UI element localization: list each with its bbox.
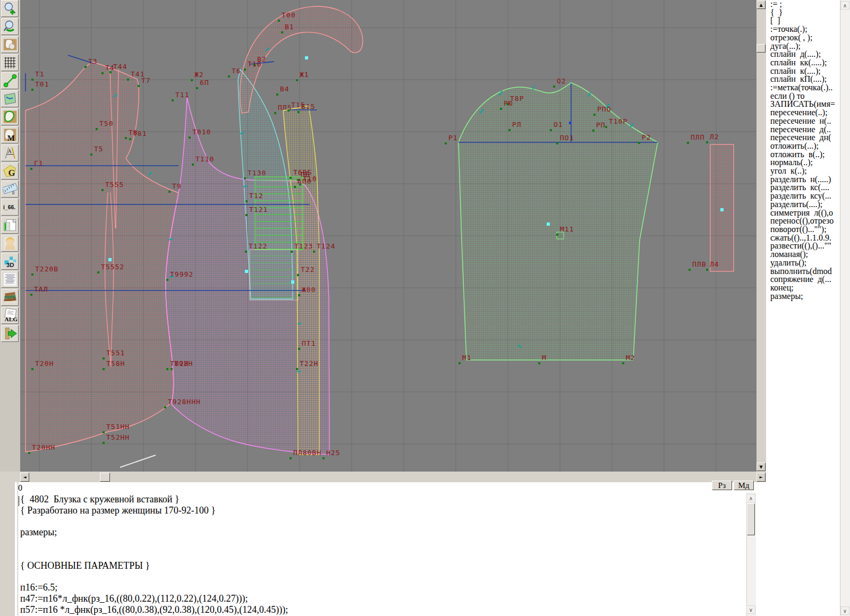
toolbar-button-i66-icon[interactable]: i_66. [1,199,19,216]
command-list-item[interactable]: сжать(()..,1.1.0.9. [766,234,840,242]
editor-scroll-up-button[interactable]: ∧ [746,494,755,502]
command-list-item[interactable]: перенос((),отрезо [766,217,840,225]
panel-vscrollbar[interactable] [840,0,850,616]
piece-cuff-strip[interactable] [710,144,734,271]
toolbar-button-alg-icon[interactable]: ALG [1,307,19,324]
rz-button[interactable]: Рз [712,481,732,490]
canvas-hscroll-thumb[interactable] [100,473,110,482]
point-marker [297,274,299,276]
command-list-item[interactable]: разделить кс(.... [766,183,840,192]
editor-scroll-down-button[interactable]: ∨ [746,605,755,614]
panel-scroll-up-button[interactable]: ∧ [840,1,849,10]
toolbar-button-3d-icon[interactable]: 3D [1,253,19,270]
toolbar-button-exit-icon[interactable] [1,325,19,342]
toolbar-button-books-icon[interactable] [1,289,19,306]
canvas-vscroll-thumb[interactable] [756,44,766,53]
panel-scroll-down-button[interactable]: ∨ [840,606,849,615]
editor-line[interactable]: п16:=6.5; [20,582,743,593]
code-editor[interactable]: { 4802 Блузка с кружевной вставкой }{ Ра… [20,494,743,616]
canvas-hscrollbar[interactable] [20,473,756,482]
editor-line[interactable]: п47:=п16*л_фнк(рз_16,((80,0.22),(112,0.2… [20,593,743,604]
editor-line[interactable]: п57:=п16 *л_фнк(рз_16,((80,0.38),(92,0.3… [20,604,743,615]
command-list-item[interactable]: если () то [766,92,840,100]
canvas-scroll-down-button[interactable]: ▼ [756,463,766,471]
point-marker [129,138,131,140]
toolbar-button-zoom-in-icon[interactable] [1,0,19,17]
command-list-item[interactable]: разделить н(.....) [766,175,840,184]
cad-application: MAG8i_66.3DALG [0,0,850,616]
point-label-Т3: Т3 [88,58,98,65]
command-list-item[interactable]: сплайн кк(.....); [766,58,840,67]
command-list-item[interactable]: :=метка(точка(.).. [766,83,840,92]
command-list-item[interactable]: сопряжение д(... [766,275,840,284]
toolbar-button-piece-outline-icon[interactable] [1,108,19,125]
command-list-item[interactable]: размеры; [766,292,840,301]
editor-line[interactable]: { 4802 Блузка с кружевной вставкой } [20,494,743,505]
command-list-item[interactable]: разделить(....); [766,200,840,209]
command-list-item[interactable]: отложить в(..); [766,150,840,159]
toolbar-button-ruler-icon[interactable]: 8 [1,181,19,198]
command-list-item[interactable]: разделить ксу(... [766,192,840,200]
command-list-item[interactable]: пересечение дн( [766,133,840,142]
books-icon [3,290,18,305]
point-marker [605,126,607,128]
command-list-item[interactable]: отрезок( , ); [766,33,840,42]
command-list-item[interactable]: отложить(...); [766,142,840,150]
editor-line[interactable] [20,516,743,527]
editor-line[interactable]: размеры; [20,527,743,538]
command-list-item[interactable]: пересечение д(.. [766,125,840,134]
command-list-item[interactable]: нормаль(..); [766,158,840,167]
measure-icon [3,73,18,88]
editor-line[interactable]: { Разработано на размер женщины 170-92-1… [20,505,743,516]
command-list-item[interactable]: [ ] [766,16,840,25]
editor-line[interactable] [20,549,743,560]
pattern-piece-icon [3,37,18,52]
editor-vscroll-thumb[interactable] [747,503,755,535]
toolbar-button-portrait-icon[interactable] [1,235,19,252]
command-list-item[interactable]: пересечение(..); [766,108,840,117]
point-label-Т551: Т551 [106,349,125,357]
toolbar-button-measure-icon[interactable] [1,72,19,89]
command-list-item[interactable]: симметрия л((),о [766,209,840,217]
command-list-item[interactable]: сплайн кП(....); [766,75,840,83]
svg-text:A: A [7,148,11,154]
zoom-in-icon [3,1,18,16]
canvas-vscrollbar[interactable] [756,0,766,472]
command-list-item[interactable]: поворот(()...""); [766,225,840,234]
command-list-item[interactable]: выполнить(dmod [766,267,840,276]
command-list-item[interactable]: дуга(...); [766,42,840,50]
toolbar-button-piece-m-icon[interactable]: M [1,126,19,143]
canvas-scroll-left-button[interactable]: ◄ [20,473,29,482]
command-list-item[interactable]: сплайн к(....); [766,67,840,75]
editor-line[interactable]: { ОСНОВНЫЕ ПАРАМЕТРЫ } [20,560,743,571]
point-marker [553,85,555,88]
command-list-item[interactable]: :=точка(.); [766,25,840,33]
command-list-item[interactable]: конец; [766,284,840,292]
command-list-item[interactable]: ЗАПИСАТЬ(имя= [766,100,840,108]
canvas-scroll-right-button[interactable]: ► [756,473,766,482]
command-list-item[interactable]: ломаная(); [766,250,840,259]
command-list-item[interactable]: удалить(); [766,259,840,267]
toolbar-button-zoom-out-icon[interactable] [1,18,19,35]
editor-line[interactable] [20,538,743,549]
ruler-icon: 8 [3,182,18,196]
md-button[interactable]: Мд [734,481,754,490]
command-list-item[interactable]: развести((),()..."" [766,242,840,250]
toolbar-button-text-list-icon[interactable] [1,271,19,288]
toolbar-button-map-icon[interactable] [1,90,19,107]
command-list-item[interactable]: угол к(..); [766,167,840,175]
toolbar-button-table-icon[interactable] [1,217,19,234]
command-list-item[interactable]: := ; [766,0,840,8]
piece-lower-panel[interactable] [250,250,298,300]
toolbar-button-pattern-piece-icon[interactable] [1,36,19,53]
drawing-canvas[interactable]: Т00В1В2Т16Т6Ж26ПТ11Ж1В4ПЛ5Т15Б15Т1Т01Т3Т… [20,0,756,472]
command-list-item[interactable]: сплайн д(....); [766,50,840,58]
command-list-item[interactable]: { } [766,8,840,17]
toolbar-button-grid-icon[interactable] [1,54,19,71]
toolbar-button-g-catalog-icon[interactable]: G [1,162,19,179]
toolbar-button-drafting-icon[interactable]: A [1,144,19,161]
command-list-item[interactable]: пересечение н(.. [766,117,840,125]
editor-line[interactable] [20,571,743,583]
canvas-scroll-up-button[interactable]: ▲ [756,1,766,9]
point-marker [706,269,708,271]
